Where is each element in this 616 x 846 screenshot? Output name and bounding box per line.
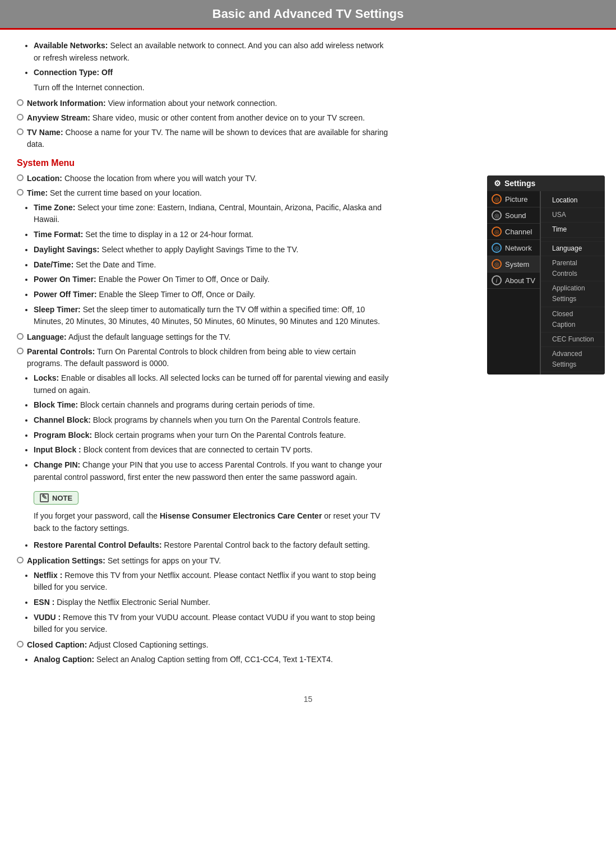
picture-icon: ◎ [492,194,502,204]
system-icon: ◎ [492,259,502,269]
analog-list: Analog Caption: Select an Analog Caption… [34,654,392,666]
list-item: Netflix : Remove this TV from your Netfl… [34,570,392,594]
parental-label: Parental Controls: [27,347,95,356]
submenu-divider [541,238,605,242]
programblock-label: Program Block: [34,431,92,440]
netflix-label: Netflix : [34,571,62,580]
note-text-block: If you forget your password, call the Hi… [34,510,392,534]
available-networks-label: Available Networks: [34,41,108,50]
submenu-parental[interactable]: Parental Controls [541,256,605,281]
hisense-brand: Hisense Consumer Electronics Care Center [160,511,322,520]
settings-panel: ⚙ Settings ◎ Picture ◎ Sound ◎ Channel [487,175,605,375]
submenu-time[interactable]: Time [541,223,605,237]
submenu-app-settings[interactable]: Application Settings [541,281,605,307]
menu-item-about[interactable]: i About TV [487,272,540,289]
bullet-icon [17,114,24,121]
tv-name-row: TV Name: Choose a name for your TV. The … [17,127,392,150]
menu-item-channel[interactable]: ◎ Channel [487,224,540,240]
list-item: Input Block : Block content from devices… [34,444,392,456]
menu-item-picture[interactable]: ◎ Picture [487,191,540,207]
bullet-icon [17,641,24,648]
powerontimer-label: Power On Timer: [34,275,96,284]
sleeptimer-label: Sleep Timer: [34,305,81,314]
language-label: Language: [27,332,67,341]
datetime-label: Date/Time: [34,260,73,269]
parental-row: Parental Controls: Turn On Parental Cont… [17,346,392,369]
settings-panel-title: ⚙ Settings [487,175,605,191]
list-item: Time Format: Set the time to display in … [34,229,392,241]
esn-label: ESN : [34,598,54,607]
submenu-usa[interactable]: USA [541,208,605,223]
list-item: VUDU : Remove this TV from your VUDU acc… [34,612,392,636]
page-title-bar: Basic and Advanced TV Settings [0,0,616,30]
page-title-text: Basic and Advanced TV Settings [212,7,404,21]
time-sublist: Time Zone: Select your time zone: Easter… [34,202,392,328]
bullet-icon [17,557,24,563]
submenu-location[interactable]: Location [541,193,605,208]
list-item: Power On Timer: Enable the Power On Time… [34,274,392,286]
location-label: Location: [27,174,62,183]
network-icon: ◎ [492,243,502,253]
menu-item-sound[interactable]: ◎ Sound [487,207,540,224]
daylight-label: Daylight Savings: [34,245,99,254]
channelblock-label: Channel Block: [34,415,91,424]
app-settings-row: Application Settings: Set settings for a… [17,555,392,567]
info-icon: i [492,275,502,285]
list-item: ESN : Display the Netflix Electronic Ser… [34,597,392,609]
restore-list: Restore Parental Control Defaults: Resto… [34,539,392,552]
restore-label: Restore Parental Control Defaults: [34,540,162,549]
powerofftimer-label: Power Off Timer: [34,290,97,299]
time-row: Time: Set the current time based on your… [17,187,392,199]
list-item: Sleep Timer: Set the sleep timer to auto… [34,304,392,328]
submenu-cec[interactable]: CEC Function [541,332,605,347]
note-icon [40,493,49,502]
time-label: Time: [27,188,48,197]
submenu-advanced[interactable]: Advanced Settings [541,347,605,372]
bullet-icon [17,189,24,196]
menu-item-network[interactable]: ◎ Network [487,240,540,256]
submenu-language[interactable]: Language [541,242,605,256]
gear-icon: ⚙ [494,179,501,188]
sound-icon: ◎ [492,210,502,220]
list-item: Connection Type: Off Turn off the Intern… [34,67,392,94]
list-item: Channel Block: Block programs by channel… [34,414,392,427]
tv-name-label: TV Name: [27,128,63,137]
anyview-row: Anyview Stream: Share video, music or ot… [17,112,392,124]
list-item: Daylight Savings: Select whether to appl… [34,244,392,256]
list-item: Change PIN: Change your PIN that you use… [34,459,392,483]
vudu-label: VUDU : [34,613,61,622]
note-label: NOTE [52,494,72,502]
list-item: Power Off Timer: Enable the Sleep Timer … [34,289,392,301]
bullet-icon [17,333,24,340]
closed-caption-label: Closed Caption: [27,640,87,649]
system-menu-header: System Menu [17,158,392,168]
connection-type-label: Connection Type: Off [34,68,113,77]
anyview-label: Anyview Stream: [27,113,90,122]
channel-icon: ◎ [492,226,502,237]
parental-sublist: Locks: Enable or disables all locks. All… [34,372,392,484]
list-item: Program Block: Block certain programs wh… [34,429,392,442]
page-number: 15 [0,686,616,712]
location-row: Location: Choose the location from where… [17,173,392,184]
blocktime-label: Block Time: [34,400,78,409]
menu-item-system[interactable]: ◎ System [487,256,540,272]
network-info-label: Network Information: [27,99,106,108]
app-settings-label: Application Settings: [27,556,105,565]
bullet-icon [17,174,24,181]
list-item: Date/Time: Set the Date and Time. [34,259,392,271]
list-item: Analog Caption: Select an Analog Caption… [34,654,392,666]
submenu-closed-caption[interactable]: Closed Caption [541,307,605,332]
inputblock-label: Input Block : [34,445,81,454]
top-bullet-list: Available Networks: Select an available … [34,40,392,94]
list-item: Time Zone: Select your time zone: Easter… [34,202,392,226]
note-box: NOTE [34,491,78,505]
analog-caption-label: Analog Caption: [34,655,94,664]
timeformat-label: Time Format: [34,230,83,239]
list-item: Block Time: Block certain channels and p… [34,399,392,412]
list-item: Available Networks: Select an available … [34,40,392,64]
list-item: Locks: Enable or disables all locks. All… [34,372,392,396]
language-row: Language: Adjust the default language se… [17,331,392,343]
network-info-row: Network Information: View information ab… [17,98,392,109]
bullet-icon [17,348,24,354]
timezone-label: Time Zone: [34,203,75,212]
